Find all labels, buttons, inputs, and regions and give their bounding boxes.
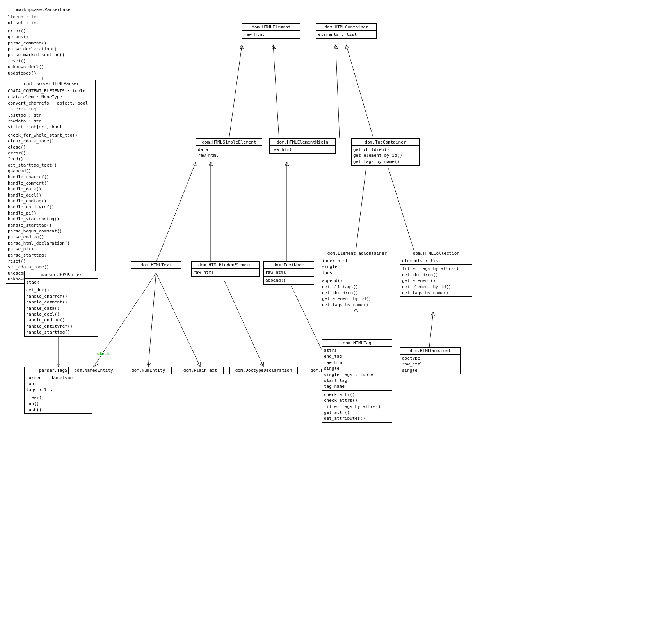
svg-line-8: [156, 162, 196, 261]
diagram-container: stack _markupbase.ParserBase lineno : in…: [0, 0, 649, 644]
box-htmltag: dom.HTMLTag attrs end_tag raw_html singl…: [322, 339, 392, 423]
box-htmldocument-title: dom.HTMLDocument: [400, 348, 460, 355]
box-htmlelement-attrs: raw_html: [242, 31, 300, 38]
svg-line-12: [386, 162, 414, 250]
box-tagstack-methods: clear() pop() push(): [25, 394, 92, 413]
svg-line-17: [156, 273, 200, 367]
box-htmltext-title: dom.HTMLText: [131, 262, 181, 269]
box-htmlparser-methods: check_for_whole_start_tag() clear_cdata_…: [6, 131, 95, 283]
box-htmlcontainer-attrs: elements : list: [316, 31, 376, 38]
box-markupbase-title: _markupbase.ParserBase: [6, 6, 78, 13]
box-namedentity-title: dom.NamedEntity: [69, 367, 119, 374]
box-htmltag-title: dom.HTMLTag: [322, 340, 392, 347]
box-htmlcollection-methods: filter_tags_by_attrs() get_children() ge…: [400, 265, 472, 296]
box-htmlsimpleelement-attrs: data raw_html: [196, 146, 262, 160]
svg-line-5: [273, 45, 279, 138]
svg-line-14: [429, 312, 433, 347]
box-plaintext-title: dom.PlainText: [177, 367, 223, 374]
box-elementtagcontainer-methods: append() get_all_tags() get_children() g…: [320, 277, 394, 309]
box-tagcontainer-title: dom.TagContainer: [352, 139, 419, 146]
box-htmlparser-attrs: CDATA_CONTENT_ELEMENTS : tuple cdata_ele…: [6, 87, 95, 131]
box-plaintext: dom.PlainText: [177, 367, 224, 374]
box-textnode-attrs: raw_html: [264, 269, 314, 277]
box-htmlparser: html.parser.HTMLParser CDATA_CONTENT_ELE…: [6, 80, 96, 284]
box-htmlhiddenelement-title: dom.HTMLHiddenElement: [192, 262, 259, 269]
box-doctypedeclaration-title: dom.DoctypeDeclaration: [230, 367, 297, 374]
box-htmlcollection-attrs: elements : list: [400, 257, 472, 265]
box-elementtagcontainer-attrs: inner_html single tags: [320, 257, 394, 277]
box-tagstack-attrs: current : NoneType root tags : list: [25, 374, 92, 394]
svg-line-4: [229, 45, 242, 138]
box-tagcontainer-methods: get_children() get_element_by_id() get_t…: [352, 146, 419, 165]
box-domparser: parser.DOMParser stack get_dom() handle_…: [24, 271, 98, 337]
svg-line-6: [346, 45, 373, 138]
box-htmlsimpleelement: dom.HTMLSimpleElement data raw_html: [196, 138, 262, 160]
box-textnode-title: dom.TextNode: [264, 262, 314, 269]
box-htmlelement-title: dom.HTMLElement: [242, 24, 300, 31]
box-domparser-attrs: stack: [25, 279, 98, 286]
box-htmlcontainer-title: dom.HTMLContainer: [316, 24, 376, 31]
box-htmltag-methods: check_attr() check_attrs() filter_tags_b…: [322, 391, 392, 422]
box-htmlparser-title: html.parser.HTMLParser: [6, 80, 95, 87]
box-htmldocument-attrs: doctype raw_html single: [400, 355, 460, 374]
box-markupbase: _markupbase.ParserBase lineno : int offs…: [6, 6, 78, 77]
box-htmlelement: dom.HTMLElement raw_html: [242, 23, 300, 39]
box-htmlelementmixin: dom.HTMLElementMixin raw_html: [269, 138, 336, 154]
box-htmlelementmixin-title: dom.HTMLElementMixin: [270, 139, 335, 146]
box-markupbase-attrs: lineno : int offset : int: [6, 13, 78, 27]
box-htmltag-attrs: attrs end_tag raw_html single single_tag…: [322, 347, 392, 391]
box-htmlhiddenelement: dom.HTMLHiddenElement raw_html: [191, 261, 260, 277]
box-numentity-title: dom.NumEntity: [125, 367, 171, 374]
box-markupbase-methods: error() getpos() parse_comment() parse_d…: [6, 27, 78, 77]
box-htmlsimpleelement-title: dom.HTMLSimpleElement: [196, 139, 262, 146]
box-htmldocument: dom.HTMLDocument doctype raw_html single: [400, 347, 461, 374]
box-htmltext: dom.HTMLText: [131, 261, 181, 269]
stack-label: stack: [97, 351, 110, 356]
box-htmlhiddenelement-attrs: raw_html: [192, 269, 259, 276]
svg-line-16: [148, 273, 156, 367]
box-domparser-methods: get_dom() handle_charref() handle_commen…: [25, 286, 98, 336]
svg-line-18: [224, 281, 263, 367]
box-htmlcontainer: dom.HTMLContainer elements : list: [316, 23, 377, 39]
svg-line-7: [336, 45, 340, 138]
box-tagcontainer: dom.TagContainer get_children() get_elem…: [351, 138, 420, 166]
box-namedentity: dom.NamedEntity: [68, 367, 119, 374]
svg-line-11: [356, 162, 367, 250]
box-domparser-title: parser.DOMParser: [25, 271, 98, 279]
box-doctypedeclaration: dom.DoctypeDeclaration: [229, 367, 298, 374]
box-textnode: dom.TextNode raw_html append(): [263, 261, 314, 285]
box-htmlelementmixin-attrs: raw_html: [270, 146, 335, 153]
box-htmlcollection-title: dom.HTMLCollection: [400, 250, 472, 257]
box-elementtagcontainer-title: dom.ElementTagContainer: [320, 250, 394, 257]
box-numentity: dom.NumEntity: [125, 367, 172, 374]
box-textnode-methods: append(): [264, 277, 314, 284]
box-elementtagcontainer: dom.ElementTagContainer inner_html singl…: [320, 250, 394, 309]
box-htmlcollection: dom.HTMLCollection elements : list filte…: [400, 250, 472, 297]
